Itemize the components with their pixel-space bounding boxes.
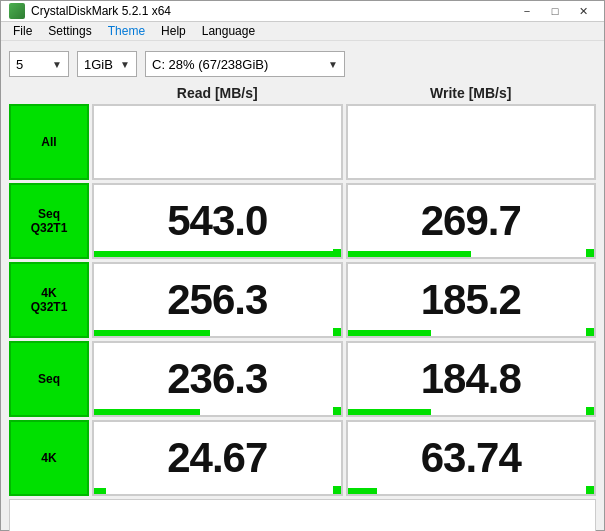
row-all-label[interactable]: All xyxy=(9,104,89,180)
menu-file[interactable]: File xyxy=(5,22,40,40)
menu-settings[interactable]: Settings xyxy=(40,22,99,40)
size-select[interactable]: 1GiB ▼ xyxy=(77,51,137,77)
count-select[interactable]: 5 ▼ xyxy=(9,51,69,77)
controls-row: 5 ▼ 1GiB ▼ C: 28% (67/238GiB) ▼ xyxy=(9,49,596,79)
row-all-read[interactable] xyxy=(92,104,343,180)
row-4k-q32t1-label[interactable]: 4KQ32T1 xyxy=(9,262,89,338)
app-icon xyxy=(9,3,25,19)
size-arrow-icon: ▼ xyxy=(120,59,130,70)
write-header: Write [MB/s] xyxy=(346,85,597,101)
row-4k-q32t1-read[interactable]: 256.3 xyxy=(92,262,343,338)
menu-theme[interactable]: Theme xyxy=(100,22,153,40)
row-seq-label[interactable]: Seq xyxy=(9,341,89,417)
status-bar xyxy=(9,499,596,531)
row-4k-read[interactable]: 24.67 xyxy=(92,420,343,496)
minimize-button[interactable]: − xyxy=(514,1,540,21)
window-controls: − □ ✕ xyxy=(514,1,596,21)
maximize-button[interactable]: □ xyxy=(542,1,568,21)
drive-arrow-icon: ▼ xyxy=(328,59,338,70)
menu-language[interactable]: Language xyxy=(194,22,263,40)
header-empty xyxy=(9,85,89,101)
count-arrow-icon: ▼ xyxy=(52,59,62,70)
row-4k-write[interactable]: 63.74 xyxy=(346,420,597,496)
drive-select[interactable]: C: 28% (67/238GiB) ▼ xyxy=(145,51,345,77)
window-title: CrystalDiskMark 5.2.1 x64 xyxy=(31,4,514,18)
row-seq-q32t1-label[interactable]: SeqQ32T1 xyxy=(9,183,89,259)
row-4k-q32t1-write[interactable]: 185.2 xyxy=(346,262,597,338)
menu-bar: File Settings Theme Help Language xyxy=(1,22,604,41)
row-all-write[interactable] xyxy=(346,104,597,180)
app-window: CrystalDiskMark 5.2.1 x64 − □ ✕ File Set… xyxy=(0,0,605,531)
menu-help[interactable]: Help xyxy=(153,22,194,40)
read-header: Read [MB/s] xyxy=(92,85,343,101)
title-bar: CrystalDiskMark 5.2.1 x64 − □ ✕ xyxy=(1,1,604,22)
row-seq-q32t1-write[interactable]: 269.7 xyxy=(346,183,597,259)
row-seq-read[interactable]: 236.3 xyxy=(92,341,343,417)
main-content: 5 ▼ 1GiB ▼ C: 28% (67/238GiB) ▼ Read [MB… xyxy=(1,41,604,531)
row-seq-q32t1-read[interactable]: 543.0 xyxy=(92,183,343,259)
row-seq-write[interactable]: 184.8 xyxy=(346,341,597,417)
row-4k-label[interactable]: 4K xyxy=(9,420,89,496)
close-button[interactable]: ✕ xyxy=(570,1,596,21)
